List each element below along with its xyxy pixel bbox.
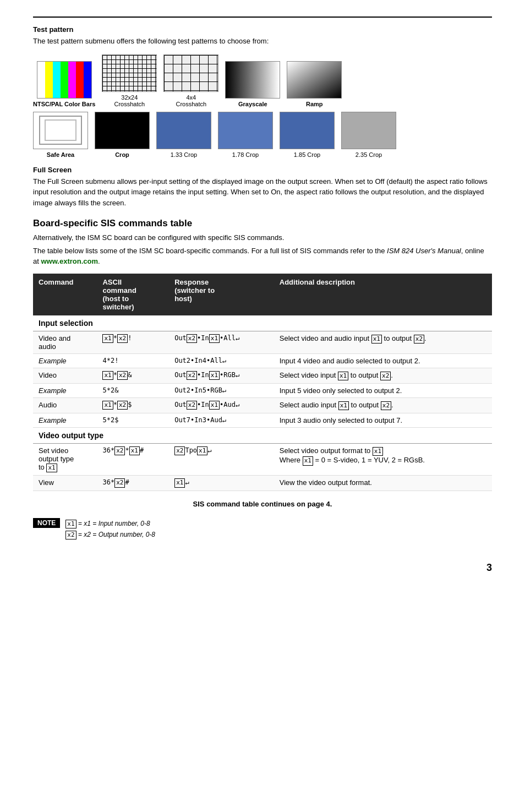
pattern-crop235: 2.35 Crop (341, 112, 396, 158)
pattern-crop133: 1.33 Crop (156, 112, 211, 158)
pattern-img-ramp (287, 61, 342, 99)
table-row: Audio x1*x2$ Outx2•Inx1•Aud↵ Select audi… (33, 397, 492, 413)
pattern-crop185: 1.85 Crop (280, 112, 335, 158)
section-header-video-output: Video output type (33, 428, 492, 444)
sis-table: Command ASCIIcommand(host toswitcher) Re… (33, 274, 492, 491)
pattern-color-bars: NTSC/PAL Color Bars (33, 61, 95, 107)
board-manual-italic: ISM 824 User's Manual (387, 247, 461, 255)
table-row: Set videooutput typeto x1 36*x2*x1# x2Tp… (33, 444, 492, 476)
ascii-video: x1*x2& (97, 368, 169, 383)
board-intro2: The table below lists some of the ISM SC… (33, 246, 492, 267)
pattern-label-safe-area: Safe Area (47, 151, 74, 158)
board-heading: Board-specific SIS commands table (33, 218, 492, 229)
th-desc: Additional description (274, 274, 492, 315)
pattern-crosshatch32: 32x24Crosshatch (102, 55, 157, 107)
th-response: Response(switcher tohost) (169, 274, 274, 315)
cmd-set-video-output: Set videooutput typeto x1 (33, 444, 97, 476)
desc-audio: Select audio input x1 to output x2. (274, 397, 492, 413)
pattern-img-crosshatch4 (163, 55, 218, 92)
note-content: x1 = x1 = Input number, 0-8 x2 = x2 = Ou… (65, 518, 155, 541)
xbox-x2: x2 (117, 334, 128, 343)
top-rule (33, 17, 492, 18)
section-header-input: Input selection (33, 315, 492, 331)
ascii-set-video-output: 36*x2*x1# (97, 444, 169, 476)
table-row: Video andaudio x1*x2! Outx2•Inx1•All↵ Se… (33, 331, 492, 353)
pattern-img-crop (95, 112, 150, 149)
cmd-example3: Example (33, 413, 97, 428)
pattern-img-crop235 (341, 112, 396, 149)
continues-text: SIS command table continues on page 4. (33, 500, 492, 508)
note-line2: x2 = x2 = Output number, 0-8 (65, 529, 155, 540)
resp-audio: Outx2•Inx1•Aud↵ (169, 397, 274, 413)
resp-set-video-output: x2Tpox1↵ (169, 444, 274, 476)
table-row: Example 5*2& Out2•In5•RGB↵ Input 5 video… (33, 383, 492, 397)
safe-area-inner2 (45, 119, 77, 141)
board-intro4: . (98, 257, 100, 265)
cmd-video-audio: Video andaudio (33, 331, 97, 353)
page-number: 3 (486, 562, 492, 573)
pattern-crop: Crop (95, 112, 150, 158)
xbox-x1: x1 (102, 334, 113, 343)
pattern-label-ramp: Ramp (306, 101, 323, 107)
pattern-crop178: 1.78 Crop (218, 112, 273, 158)
table-row: View 36*x2# x1↵ View the video output fo… (33, 476, 492, 491)
cmd-audio: Audio (33, 397, 97, 413)
ascii-video-audio: x1*x2! (97, 331, 169, 353)
pattern-label-crosshatch32: 32x24Crosshatch (114, 94, 145, 107)
th-ascii: ASCIIcommand(host toswitcher) (97, 274, 169, 315)
desc-set-video-output: Select video output format to x1Where x1… (274, 444, 492, 476)
resp-example3: Out7•In3•Aud↵ (169, 413, 274, 428)
table-row: Example 5*2$ Out7•In3•Aud↵ Input 3 audio… (33, 413, 492, 428)
resp-example1: Out2•In4•All↵ (169, 353, 274, 368)
test-pattern-title: Test pattern (33, 25, 492, 34)
pattern-grayscale: Grayscale (225, 61, 280, 107)
resp-video-audio: Outx2•Inx1•All↵ (169, 331, 274, 353)
pattern-label-crosshatch4: 4x4Crosshatch (176, 94, 206, 107)
section-header-video-output-label: Video output type (33, 428, 492, 444)
patterns-row2: Safe Area Crop 1.33 Crop 1.78 Crop 1.85 … (33, 112, 492, 158)
desc-example1: Input 4 video and audio selected to outp… (274, 353, 492, 368)
full-screen-section: Full Screen The Full Screen submenu allo… (33, 166, 492, 209)
note-line1-text: x1 = Input number, 0-8 (84, 520, 150, 527)
board-intro1: Alternatively, the ISM SC board can be c… (33, 232, 492, 243)
desc-example2: Input 5 video only selected to output 2. (274, 383, 492, 397)
cmd-view: View (33, 476, 97, 491)
ascii-audio: x1*x2$ (97, 397, 169, 413)
board-link[interactable]: www.extron.com (41, 257, 98, 265)
pattern-ramp: Ramp (287, 61, 342, 107)
pattern-safe-area: Safe Area (33, 112, 88, 158)
pattern-img-grayscale (225, 61, 280, 99)
pattern-img-crop178 (218, 112, 273, 149)
board-section: Board-specific SIS commands table Altern… (33, 218, 492, 491)
ascii-example2: 5*2& (97, 383, 169, 397)
pattern-img-crosshatch32 (102, 55, 157, 92)
patterns-row1: NTSC/PAL Color Bars 32x24Crosshatch 4x4C… (33, 55, 492, 107)
note-line2-text: x2 = Output number, 0-8 (84, 531, 155, 538)
pattern-label-crop235: 2.35 Crop (356, 151, 382, 158)
pattern-crosshatch4: 4x4Crosshatch (163, 55, 218, 107)
table-row: Video x1*x2& Outx2•Inx1•RGB↵ Select vide… (33, 368, 492, 383)
th-command: Command (33, 274, 97, 315)
th-command-label: Command (39, 278, 74, 286)
note-line1: x1 = x1 = Input number, 0-8 (65, 518, 155, 529)
ascii-example3: 5*2$ (97, 413, 169, 428)
note-label: NOTE (33, 518, 60, 528)
pattern-img-crop133 (156, 112, 211, 149)
resp-view: x1↵ (169, 476, 274, 491)
pattern-label-color-bars: NTSC/PAL Color Bars (33, 101, 95, 107)
full-screen-text: The Full Screen submenu allows per-input… (33, 176, 492, 209)
pattern-label-crop: Crop (115, 151, 129, 158)
note-section: NOTE x1 = x1 = Input number, 0-8 x2 = x2… (33, 518, 492, 541)
full-screen-title: Full Screen (33, 166, 492, 174)
ascii-view: 36*x2# (97, 476, 169, 491)
cmd-video: Video (33, 368, 97, 383)
resp-example2: Out2•In5•RGB↵ (169, 383, 274, 397)
pattern-img-crop185 (280, 112, 335, 149)
desc-example3: Input 3 audio only selected to output 7. (274, 413, 492, 428)
test-pattern-section: Test pattern The test pattern submenu of… (33, 25, 492, 158)
desc-video: Select video input x1 to output x2. (274, 368, 492, 383)
pattern-label-grayscale: Grayscale (238, 101, 267, 107)
pattern-label-crop185: 1.85 Crop (294, 151, 320, 158)
desc-video-audio: Select video and audio input x1 to outpu… (274, 331, 492, 353)
pattern-img-color-bars (37, 61, 92, 99)
